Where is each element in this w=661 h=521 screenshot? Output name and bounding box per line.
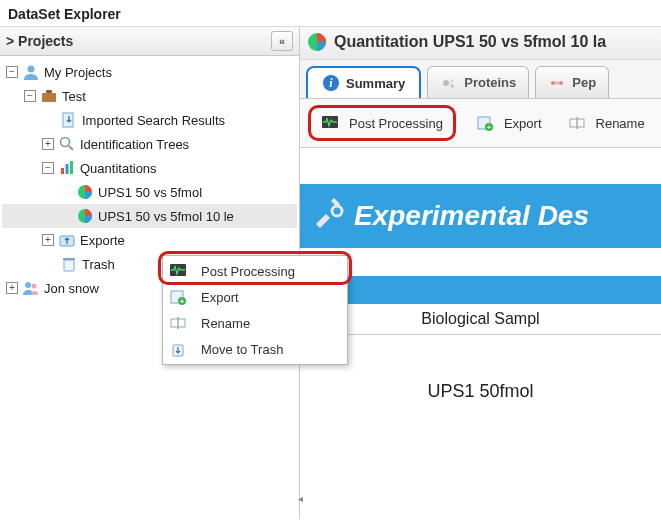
tree-label: Quantitations — [80, 161, 157, 176]
context-label: Move to Trash — [201, 342, 283, 357]
document-import-icon — [60, 111, 78, 129]
svg-point-20 — [450, 79, 454, 83]
svg-text:+: + — [180, 298, 184, 305]
tab-summary[interactable]: i Summary — [306, 66, 421, 98]
tree-node-quant-a[interactable]: UPS1 50 vs 5fmol — [2, 180, 297, 204]
expander-icon[interactable]: − — [42, 162, 54, 174]
svg-text:+: + — [487, 124, 491, 131]
context-label: Rename — [201, 316, 250, 331]
svg-rect-12 — [64, 260, 74, 271]
content-panel: Quantitation UPS1 50 vs 5fmol 10 la i Su… — [300, 27, 661, 519]
svg-rect-13 — [63, 258, 75, 260]
info-icon: i — [322, 74, 340, 92]
banner-label: Experimental Des — [354, 200, 589, 231]
svg-rect-1 — [42, 93, 56, 102]
tree-label: Trash — [82, 257, 115, 272]
wrench-screwdriver-icon — [310, 194, 346, 230]
svg-rect-3 — [63, 113, 73, 127]
svg-line-5 — [69, 146, 73, 150]
users-icon — [22, 279, 40, 297]
user-icon — [22, 63, 40, 81]
content-title-label: Quantitation UPS1 50 vs 5fmol 10 la — [334, 33, 606, 51]
svg-point-23 — [555, 81, 559, 85]
toolbar-label: Post Processing — [349, 116, 443, 131]
bar-chart-icon — [58, 159, 76, 177]
tree-node-quant-b[interactable]: UPS1 50 vs 5fmol 10 le — [2, 204, 297, 228]
tab-label: Summary — [346, 76, 405, 91]
trash-icon — [60, 255, 78, 273]
briefcase-icon — [40, 87, 58, 105]
tab-proteins[interactable]: Proteins — [427, 66, 529, 98]
svg-rect-6 — [61, 168, 64, 174]
expander-icon[interactable]: + — [6, 282, 18, 294]
svg-point-4 — [61, 138, 70, 147]
experimental-design-banner: Experimental Des — [300, 184, 661, 248]
svg-point-22 — [551, 81, 555, 85]
svg-point-14 — [25, 282, 31, 288]
toolbar-label: Export — [504, 116, 542, 131]
highlight-post-processing-toolbar: Post Processing — [308, 105, 456, 141]
context-label: Post Processing — [201, 264, 295, 279]
monitor-wave-icon — [169, 262, 187, 280]
proteins-icon — [440, 74, 458, 92]
svg-point-21 — [450, 84, 454, 88]
context-menu: Post Processing + Export Rename Move to … — [162, 255, 348, 365]
tree-label: Jon snow — [44, 281, 99, 296]
tree-label: Exporte — [80, 233, 125, 248]
expander-icon[interactable]: − — [6, 66, 18, 78]
rename-icon — [169, 314, 187, 332]
svg-point-31 — [332, 206, 342, 216]
toolbar-label: Rename — [596, 116, 645, 131]
svg-point-15 — [32, 284, 37, 289]
tree-label: Imported Search Results — [82, 113, 225, 128]
sample-value: UPS1 50fmol — [300, 335, 661, 402]
svg-point-19 — [443, 80, 449, 86]
toolbar-post-processing-button[interactable]: Post Processing — [315, 110, 449, 136]
sidebar-header: > Projects « — [0, 27, 299, 56]
content-title-bar: Quantitation UPS1 50 vs 5fmol 10 la — [300, 27, 661, 60]
tree-label: My Projects — [44, 65, 112, 80]
tab-peptides[interactable]: Pep — [535, 66, 609, 98]
pie-chart-icon — [76, 183, 94, 201]
expander-icon[interactable]: − — [24, 90, 36, 102]
tree-node-imported[interactable]: Imported Search Results — [2, 108, 297, 132]
peptides-icon — [548, 74, 566, 92]
pie-chart-icon — [76, 207, 94, 225]
expander-icon[interactable]: + — [42, 138, 54, 150]
tree-label: UPS1 50 vs 5fmol — [98, 185, 202, 200]
tab-label: Pep — [572, 75, 596, 90]
monitor-wave-icon — [321, 114, 339, 132]
svg-point-0 — [28, 66, 35, 73]
context-post-processing[interactable]: Post Processing — [163, 258, 347, 284]
rename-icon — [568, 114, 586, 132]
splitter-handle[interactable]: ◂ — [296, 483, 304, 513]
export-folder-icon — [58, 231, 76, 249]
tab-label: Proteins — [464, 75, 516, 90]
toolbar-rename-button[interactable]: Rename — [562, 110, 651, 136]
sidebar-header-label: > Projects — [6, 33, 73, 49]
tree-node-test[interactable]: − Test — [2, 84, 297, 108]
window-title: DataSet Explorer — [0, 0, 661, 26]
tree-label: Test — [62, 89, 86, 104]
toolbar-export-button[interactable]: + Export — [470, 110, 548, 136]
expander-icon[interactable]: + — [42, 234, 54, 246]
svg-point-24 — [559, 81, 563, 85]
tree-node-identification-trees[interactable]: + Identification Trees — [2, 132, 297, 156]
context-export[interactable]: + Export — [163, 284, 347, 310]
context-move-to-trash[interactable]: Move to Trash — [163, 336, 347, 362]
sidebar-collapse-button[interactable]: « — [271, 31, 293, 51]
tree-node-quantitations[interactable]: − Quantitations — [2, 156, 297, 180]
tree-node-my-projects[interactable]: − My Projects — [2, 60, 297, 84]
svg-rect-8 — [70, 161, 73, 174]
tree-node-exported[interactable]: + Exporte — [2, 228, 297, 252]
svg-rect-2 — [46, 90, 52, 93]
tree-label: UPS1 50 vs 5fmol 10 le — [98, 209, 234, 224]
context-rename[interactable]: Rename — [163, 310, 347, 336]
export-icon: + — [169, 288, 187, 306]
magnifier-icon — [58, 135, 76, 153]
sub-banner — [300, 276, 661, 304]
svg-rect-7 — [66, 164, 69, 174]
toolbar: Post Processing + Export Rename — [300, 99, 661, 148]
trash-move-icon — [169, 340, 187, 358]
pie-chart-icon — [306, 31, 328, 53]
